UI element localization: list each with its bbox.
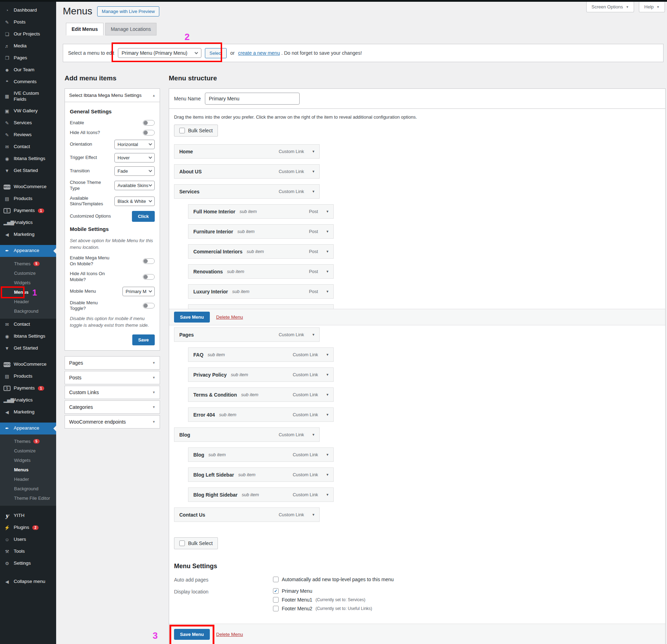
select-menu-button[interactable]: Select [205, 48, 227, 58]
collapse-arrow-icon[interactable]: ▲ [152, 94, 155, 97]
location-checkbox-footer-menu1[interactable] [273, 597, 279, 603]
sidebar-subitem-customize[interactable]: Customize [0, 446, 56, 456]
delete-menu-link-mid[interactable]: Delete Menu [216, 314, 243, 320]
expand-arrow-icon[interactable]: ▾ [312, 149, 314, 154]
sidebar-item-our-projects[interactable]: ❏Our Projects [0, 28, 56, 40]
expand-arrow-icon[interactable]: ▾ [312, 189, 314, 194]
menu-item-row-home[interactable]: HomeCustom Link▾ [174, 144, 320, 159]
sidebar-item-users[interactable]: ☺Users [0, 534, 56, 546]
sidebar-item-payments[interactable]: $Payments1 [0, 205, 56, 217]
sidebar-item-analytics[interactable]: ▂▅▇Analytics [0, 394, 56, 406]
sidebar-item-our-team[interactable]: ☻Our Team [0, 64, 56, 76]
sidebar-item-woocommerce[interactable]: WOOWooCommerce [0, 359, 56, 371]
expand-arrow-icon[interactable]: ▾ [326, 269, 328, 274]
save-menu-button-mid[interactable]: Save Menu [174, 312, 210, 323]
menu-item-row-luxury-interior[interactable]: Luxury Interiorsub itemPost▾ [188, 284, 334, 299]
help-button[interactable]: Help ▼ [639, 2, 665, 12]
sidebar-item-woocommerce[interactable]: WOOWooCommerce [0, 181, 56, 193]
menu-item-row-privacy-policy[interactable]: Privacy Policysub itemCustom Link▾ [188, 367, 334, 382]
setting-select-available-skins-templates[interactable]: Black & White [114, 197, 155, 206]
sidebar-item-contact[interactable]: ✉Contact [0, 141, 56, 153]
expand-arrow-icon[interactable]: ▾ [326, 289, 328, 294]
bulk-select-checkbox[interactable] [179, 540, 185, 546]
toggle-switch[interactable] [143, 120, 155, 126]
accordion-categories[interactable]: Categories▼ [65, 400, 160, 414]
menu-item-row-about-us[interactable]: About USCustom Link▾ [174, 164, 320, 179]
sidebar-item-yith[interactable]: yYITH [0, 510, 56, 522]
sidebar-item-ibtana-settings[interactable]: ◉Ibtana Settings [0, 331, 56, 343]
sidebar-item-vw-gallery[interactable]: ▣VW Gallery [0, 105, 56, 117]
sidebar-subitem-widgets[interactable]: Widgets [0, 278, 56, 287]
manage-live-preview-button[interactable]: Manage with Live Preview [97, 6, 159, 16]
sidebar-item-plugins[interactable]: ⚡Plugins2 [0, 522, 56, 534]
sidebar-subitem-header[interactable]: Header [0, 297, 56, 306]
sidebar-item-marketing[interactable]: ◀Marketing [0, 229, 56, 241]
expand-arrow-icon[interactable]: ▾ [326, 249, 328, 254]
menu-item-row-blog-left-sidebar[interactable]: Blog Left Sidebarsub itemCustom Link▾ [188, 467, 334, 482]
sidebar-item-appearance[interactable]: ✒Appearance [0, 245, 56, 257]
menu-name-input[interactable] [205, 93, 300, 105]
customized-options-button[interactable]: Click [132, 211, 155, 222]
delete-menu-link[interactable]: Delete Menu [216, 632, 243, 637]
accordion-pages[interactable]: Pages▼ [65, 356, 160, 370]
sidebar-item-pages[interactable]: ❐Pages [0, 52, 56, 64]
menu-item-row-faq[interactable]: FAQsub itemCustom Link▾ [188, 347, 334, 362]
setting-select-choose-theme-type[interactable]: Available Skins [114, 181, 155, 190]
create-new-menu-link[interactable]: create a new menu [238, 50, 280, 56]
tab-manage-locations[interactable]: Manage Locations [105, 23, 156, 35]
sidebar-item-marketing[interactable]: ◀Marketing [0, 406, 56, 418]
ibtana-save-button[interactable]: Save [132, 334, 155, 345]
expand-arrow-icon[interactable]: ▾ [312, 432, 314, 437]
sidebar-item-ive-custom-fields[interactable]: ▦IVE Custom Fields [0, 88, 56, 105]
toggle-switch[interactable] [143, 303, 155, 308]
sidebar-item-collapse-menu[interactable]: ◀Collapse menu [0, 576, 56, 588]
expand-arrow-icon[interactable]: ▾ [312, 169, 314, 174]
expand-arrow-icon[interactable]: ▾ [326, 412, 328, 417]
toggle-switch[interactable] [143, 274, 155, 280]
menu-item-row-error-404[interactable]: Error 404sub itemCustom Link▾ [188, 407, 334, 422]
expand-arrow-icon[interactable]: ▾ [326, 229, 328, 234]
screen-options-button[interactable]: Screen Options ▼ [586, 2, 634, 12]
ibtana-panel-header[interactable]: Select Ibtana Mega Menu Settings ▲ [65, 89, 160, 102]
menu-item-row-contact-us[interactable]: Contact UsCustom Link▾ [174, 507, 320, 522]
sidebar-subitem-menus[interactable]: Menus [0, 465, 56, 474]
expand-arrow-icon[interactable]: ▾ [326, 472, 328, 477]
sidebar-subitem-menus[interactable]: Menus1 [0, 287, 56, 297]
sidebar-item-analytics[interactable]: ▂▅▇Analytics [0, 217, 56, 229]
sidebar-item-dashboard[interactable]: ◔Dashboard [0, 4, 56, 16]
setting-select-trigger-effect[interactable]: Hover [114, 153, 155, 162]
sidebar-subitem-background[interactable]: Background [0, 484, 56, 493]
tab-edit-menus[interactable]: Edit Menus [66, 23, 104, 35]
setting-select-transition[interactable]: Fade [114, 166, 155, 176]
sidebar-item-posts[interactable]: ✎Posts [0, 16, 56, 28]
menu-item-row-full-home-interior[interactable]: Full Home Interiorsub itemPost▾ [188, 204, 334, 219]
sidebar-item-services[interactable]: ✎Services [0, 117, 56, 129]
expand-arrow-icon[interactable]: ▾ [326, 492, 328, 497]
sidebar-item-settings[interactable]: ⚙Settings [0, 558, 56, 570]
sidebar-subitem-header[interactable]: Header [0, 474, 56, 484]
location-checkbox-footer-menu2[interactable] [273, 606, 279, 611]
save-menu-button[interactable]: Save Menu [174, 629, 210, 640]
sidebar-subitem-themes[interactable]: Themes5 [0, 437, 56, 446]
accordion-posts[interactable]: Posts▼ [65, 371, 160, 384]
expand-arrow-icon[interactable]: ▾ [312, 512, 314, 517]
menu-item-row-services[interactable]: ServicesCustom Link▾ [174, 184, 320, 199]
bulk-select-checkbox[interactable] [179, 128, 185, 133]
menu-item-row-blog[interactable]: Blogsub itemCustom Link▾ [188, 447, 334, 462]
sidebar-item-tools[interactable]: ⚒Tools [0, 546, 56, 558]
setting-select-mobile-menu[interactable]: Primary M [122, 287, 155, 296]
sidebar-item-get-started[interactable]: ▼Get Started [0, 165, 56, 177]
menu-item-row-commercial-interiors[interactable]: Commercial Interiorssub itemPost▾ [188, 244, 334, 259]
sidebar-item-payments[interactable]: $Payments1 [0, 383, 56, 394]
expand-arrow-icon[interactable]: ▾ [326, 452, 328, 457]
expand-arrow-icon[interactable]: ▾ [326, 209, 328, 214]
sidebar-item-products[interactable]: ▤Products [0, 371, 56, 383]
sidebar-item-comments[interactable]: ❝Comments [0, 76, 56, 88]
sidebar-item-reviews[interactable]: ✎Reviews [0, 129, 56, 141]
expand-arrow-icon[interactable]: ▾ [326, 392, 328, 397]
menu-item-row-furniture-interior[interactable]: Furniture Interiorsub itemPost▾ [188, 224, 334, 239]
location-checkbox-primary-menu[interactable]: ✓ [273, 588, 279, 594]
toggle-switch[interactable] [143, 130, 155, 135]
accordion-woocommerce-endpoints[interactable]: WooCommerce endpoints▼ [65, 415, 160, 429]
bulk-select-toggle-top[interactable]: Bulk Select [174, 125, 218, 137]
